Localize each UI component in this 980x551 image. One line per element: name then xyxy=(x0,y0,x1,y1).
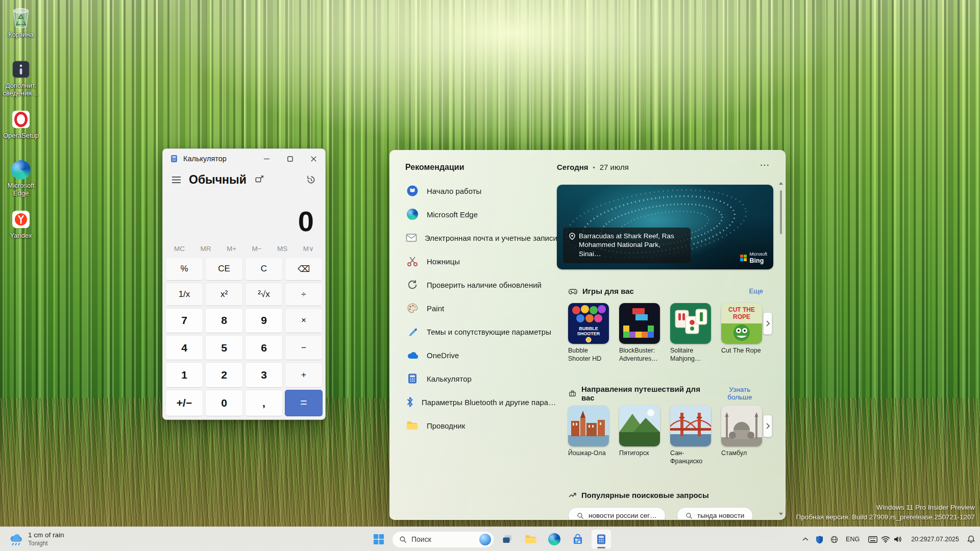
memory-store-button[interactable]: MS xyxy=(274,243,290,255)
divide-key[interactable]: ÷ xyxy=(285,283,323,306)
memory-flyout-button[interactable]: M∨ xyxy=(300,242,317,255)
plus-key[interactable]: + xyxy=(285,362,323,387)
more-options-button[interactable]: … xyxy=(760,157,771,168)
maximize-button[interactable] xyxy=(278,149,302,168)
start-app-themes[interactable]: Темы и сопутствующие параметры xyxy=(401,320,555,343)
backspace-key[interactable]: ⌫ xyxy=(285,257,323,281)
calculator-mode-title[interactable]: Обычный xyxy=(189,173,247,187)
defender-shield-icon[interactable] xyxy=(813,529,826,549)
game-tile-bubble-shooter[interactable]: BUBBLESHOOTER Bubble Shooter HD xyxy=(568,303,609,363)
memory-clear-button[interactable]: MC xyxy=(171,243,188,255)
one-key[interactable]: 1 xyxy=(165,362,203,387)
task-view-button[interactable] xyxy=(497,529,518,549)
travel-section: Направления путешествий для вас Узнать б… xyxy=(557,388,773,465)
zero-key[interactable]: 0 xyxy=(205,390,243,416)
square-root-key[interactable]: ²√x xyxy=(245,283,283,306)
desktop-icon-recycle-bin[interactable]: Корзина xyxy=(1,6,41,38)
today-header[interactable]: Сегодня • 27 июля xyxy=(557,163,629,171)
bing-caption[interactable]: Barracudas at Shark Reef, Ras Mohammed N… xyxy=(563,228,691,263)
widgets-weather-button[interactable]: 1 cm of rain Tonight xyxy=(3,529,69,549)
travel-name: Пятигорск xyxy=(619,449,660,458)
memory-add-button[interactable]: M+ xyxy=(224,243,239,255)
two-key[interactable]: 2 xyxy=(205,362,243,387)
start-app-paint[interactable]: Paint xyxy=(401,296,555,320)
tray-chevron-up-icon[interactable] xyxy=(799,529,812,549)
games-more-link[interactable]: Еще xyxy=(749,287,763,295)
history-button[interactable] xyxy=(304,173,318,187)
eight-key[interactable]: 8 xyxy=(205,308,243,333)
travel-next-arrow-button[interactable] xyxy=(763,415,772,437)
travel-tile-san-francisco[interactable]: Сан-Франциско xyxy=(670,406,712,465)
six-key[interactable]: 6 xyxy=(245,335,283,360)
clear-key[interactable]: C xyxy=(245,257,283,281)
clear-entry-key[interactable]: CE xyxy=(205,257,243,281)
svg-text:SHOOTER: SHOOTER xyxy=(577,331,600,336)
desktop-icon-opera-setup[interactable]: OperaSetup xyxy=(1,107,41,139)
memory-recall-button[interactable]: MR xyxy=(197,243,214,255)
keep-on-top-button[interactable] xyxy=(253,173,266,186)
memory-subtract-button[interactable]: M− xyxy=(249,243,265,255)
scrollbar-up-arrow[interactable] xyxy=(778,182,783,185)
clock-date-button[interactable]: 20:29 27.07.2025 xyxy=(907,529,963,549)
travel-tile-yoshkar-ola[interactable]: Йошкар-Ола xyxy=(568,406,609,465)
desktop-icon-microsoft-edge[interactable]: Microsoft Edge xyxy=(1,157,41,197)
calculator-titlebar[interactable]: Калькулятор xyxy=(163,149,325,168)
scrollbar-thumb[interactable] xyxy=(780,190,782,234)
five-key[interactable]: 5 xyxy=(205,335,243,360)
games-next-arrow-button[interactable] xyxy=(763,312,772,335)
game-name: BlockBuster: Adventures… xyxy=(619,347,660,363)
search-suggestion-pill[interactable]: новости россии сег… xyxy=(568,507,666,520)
desktop-icon-label: OperaSetup xyxy=(3,132,39,139)
system-icons-cluster[interactable] xyxy=(864,529,906,549)
search-suggestion-text: тында новости xyxy=(697,512,744,519)
game-tile-solitaire-mahjong[interactable]: Solitaire Mahjong… xyxy=(670,303,712,363)
decimal-key[interactable]: , xyxy=(245,390,283,416)
start-app-file-explorer[interactable]: Проводник xyxy=(401,414,555,437)
nine-key[interactable]: 9 xyxy=(245,308,283,333)
square-key[interactable]: x² xyxy=(205,283,243,306)
edge-browser-button[interactable] xyxy=(544,529,565,549)
seven-key[interactable]: 7 xyxy=(165,308,203,333)
bing-image-card[interactable]: Barracudas at Shark Reef, Ras Mohammed N… xyxy=(557,185,773,269)
multiply-key[interactable]: × xyxy=(285,308,323,333)
scrollbar-down-arrow[interactable] xyxy=(778,513,783,515)
start-app-get-started[interactable]: Начало работы xyxy=(401,179,555,203)
game-tile-cut-the-rope[interactable]: CUT THEROPE Cut The Rope xyxy=(721,303,763,363)
close-button[interactable] xyxy=(302,149,325,168)
travel-tile-pyatigorsk[interactable]: Пятигорск xyxy=(619,406,660,465)
start-app-calculator[interactable]: Калькулятор xyxy=(401,367,555,390)
desktop-icon-additional-info[interactable]: Дополнит. сведения ... xyxy=(1,57,41,97)
travel-more-link[interactable]: Узнать больше xyxy=(717,386,763,401)
calculator-taskbar-button[interactable] xyxy=(591,529,611,549)
desktop-icon-yandex[interactable]: Yandex xyxy=(1,207,41,239)
microsoft-store-button[interactable] xyxy=(568,529,588,549)
start-button[interactable] xyxy=(369,529,389,549)
reciprocal-key[interactable]: 1/x xyxy=(165,283,203,306)
pyatigorsk-thumbnail xyxy=(619,406,660,446)
minus-key[interactable]: − xyxy=(285,335,323,360)
search-suggestion-pill[interactable]: тында новости xyxy=(677,507,753,520)
language-indicator[interactable]: ENG xyxy=(842,529,863,549)
game-tile-blockbuster[interactable]: BlockBuster: Adventures… xyxy=(619,303,660,363)
start-app-onedrive[interactable]: OneDrive xyxy=(401,343,555,367)
notification-bell-icon[interactable] xyxy=(964,529,978,549)
network-globe-icon[interactable] xyxy=(827,529,841,549)
start-app-mail[interactable]: Электронная почта и учетные записи xyxy=(401,226,555,249)
start-app-snipping-tool[interactable]: Ножницы xyxy=(401,249,555,273)
start-app-check-updates[interactable]: Проверить наличие обновлений xyxy=(401,273,555,296)
bubble-shooter-thumbnail: BUBBLESHOOTER xyxy=(568,303,609,344)
start-app-edge[interactable]: Microsoft Edge xyxy=(401,203,555,226)
hamburger-menu-button[interactable] xyxy=(170,174,183,185)
four-key[interactable]: 4 xyxy=(165,335,203,360)
negate-key[interactable]: +/− xyxy=(165,390,203,416)
taskbar-search-box[interactable]: Поиск xyxy=(392,531,494,548)
minimize-button[interactable] xyxy=(255,149,278,168)
percent-key[interactable]: % xyxy=(165,257,203,281)
start-panel-scrollbar[interactable] xyxy=(778,182,783,515)
calculator-menubar: Обычный xyxy=(163,168,325,191)
equals-key[interactable]: = xyxy=(285,390,323,416)
start-app-bluetooth-settings[interactable]: Параметры Bluetooth и другие пара… xyxy=(401,390,555,414)
travel-tile-istanbul[interactable]: Стамбул xyxy=(721,406,763,465)
file-explorer-button[interactable] xyxy=(521,529,541,549)
three-key[interactable]: 3 xyxy=(245,362,283,387)
